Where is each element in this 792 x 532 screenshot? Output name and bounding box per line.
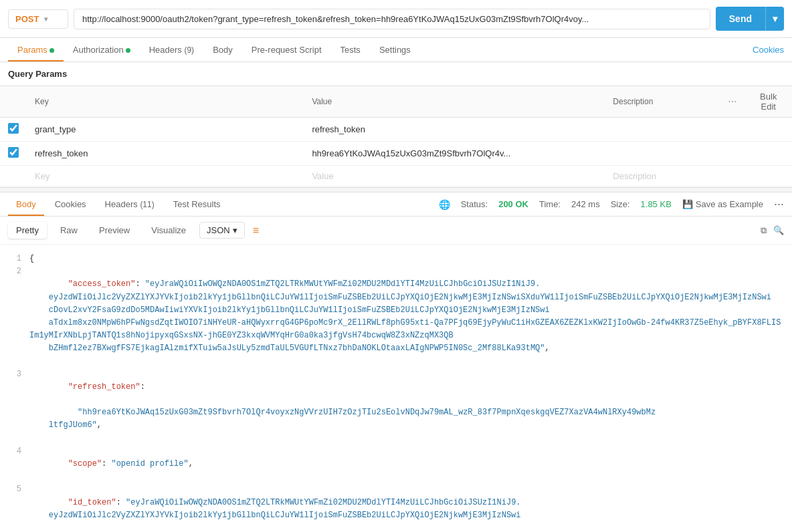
cookies-link[interactable]: Cookies xyxy=(753,45,784,55)
row1-value-input[interactable] xyxy=(312,124,597,134)
time-label: Time: xyxy=(539,199,561,209)
params-dot xyxy=(50,48,54,53)
table-row xyxy=(0,166,792,187)
new-desc-input[interactable] xyxy=(613,171,712,181)
size-label: Size: xyxy=(611,199,630,209)
col-description: Description xyxy=(605,86,720,118)
query-params-title: Query Params xyxy=(0,62,792,86)
row1-desc-input[interactable] xyxy=(613,124,712,134)
resp-tab-body[interactable]: Body xyxy=(8,192,44,216)
params-table: Key Value Description ··· Bulk Edit xyxy=(0,86,792,187)
auth-dot xyxy=(126,48,130,53)
col-bulk-edit: Bulk Edit xyxy=(745,86,792,118)
tab-settings[interactable]: Settings xyxy=(370,38,420,61)
new-key-input[interactable] xyxy=(35,171,296,181)
col-checkbox xyxy=(0,86,27,118)
bulk-edit-button[interactable]: Bulk Edit xyxy=(753,92,784,112)
code-line-4: 4 "scope": "openid profile", xyxy=(8,445,784,484)
row1-key-input[interactable] xyxy=(35,124,296,134)
status-value: 200 OK xyxy=(498,199,528,209)
table-row xyxy=(0,118,792,142)
save-icon: 💾 xyxy=(682,199,693,209)
response-tabs: Body Cookies Headers (11) Test Results 🌐… xyxy=(0,192,792,217)
format-raw-button[interactable]: Raw xyxy=(52,222,86,239)
resp-tab-test-results[interactable]: Test Results xyxy=(165,192,229,216)
more-options-button[interactable]: ··· xyxy=(728,96,736,108)
row2-checkbox[interactable] xyxy=(8,147,19,158)
tab-authorization[interactable]: Authorization xyxy=(64,38,140,61)
send-button[interactable]: Send ▾ xyxy=(716,7,784,31)
row2-desc-input[interactable] xyxy=(613,148,712,158)
format-preview-button[interactable]: Preview xyxy=(91,222,138,239)
code-view: 1 { 2 "access_token": "eyJraWQiOiIwOWQzN… xyxy=(0,245,792,523)
send-label: Send xyxy=(716,7,765,31)
section-divider xyxy=(0,187,792,192)
new-value-input[interactable] xyxy=(312,171,597,181)
col-more: ··· xyxy=(720,86,745,118)
language-select[interactable]: JSON ▾ xyxy=(199,222,245,239)
tab-params[interactable]: Params xyxy=(8,38,64,61)
resp-tab-cookies[interactable]: Cookies xyxy=(47,192,94,216)
size-value: 1.85 KB xyxy=(641,199,672,209)
row2-key-input[interactable] xyxy=(35,148,296,158)
resp-tab-headers[interactable]: Headers (11) xyxy=(97,192,163,216)
top-bar: POST ▾ Send ▾ xyxy=(0,0,792,38)
col-key: Key xyxy=(27,86,304,118)
code-line-5: 5 "id_token": "eyJraWQiOiIwOWQzNDA0OS1mZ… xyxy=(8,483,784,523)
code-line-2: 2 "access_token": "eyJraWQiOiIwOWQzNDA0O… xyxy=(8,265,784,368)
filter-icon[interactable]: ≡ xyxy=(253,225,259,237)
code-line-1: 1 { xyxy=(8,253,784,265)
send-dropdown-icon[interactable]: ▾ xyxy=(765,7,784,31)
status-label: Status: xyxy=(461,199,488,209)
format-pretty-button[interactable]: Pretty xyxy=(8,222,47,239)
code-line-3: 3 "refresh_token": "hh9rea6YtKoJWAq15zUx… xyxy=(8,368,784,445)
row1-checkbox[interactable] xyxy=(8,123,19,134)
tab-headers[interactable]: Headers (9) xyxy=(140,38,203,61)
method-chevron-icon: ▾ xyxy=(44,15,47,23)
url-input[interactable] xyxy=(74,9,710,29)
response-more-button[interactable]: ··· xyxy=(774,197,784,211)
request-tabs: Params Authorization Headers (9) Body Pr… xyxy=(0,38,792,62)
tab-tests[interactable]: Tests xyxy=(331,38,370,61)
response-meta: 🌐 Status: 200 OK Time: 242 ms Size: 1.85… xyxy=(439,197,784,211)
method-label: POST xyxy=(15,14,39,24)
format-bar: Pretty Raw Preview Visualize JSON ▾ ≡ ⧉ … xyxy=(0,217,792,245)
tab-body[interactable]: Body xyxy=(203,38,242,61)
globe-icon: 🌐 xyxy=(439,199,450,210)
table-row xyxy=(0,142,792,166)
format-visualize-button[interactable]: Visualize xyxy=(143,222,194,239)
tab-pre-request[interactable]: Pre-request Script xyxy=(242,38,331,61)
time-value: 242 ms xyxy=(571,199,600,209)
search-icon[interactable]: 🔍 xyxy=(773,225,784,236)
copy-icon[interactable]: ⧉ xyxy=(761,225,767,236)
language-chevron-icon: ▾ xyxy=(233,225,237,235)
col-value: Value xyxy=(304,86,605,118)
method-select[interactable]: POST ▾ xyxy=(8,9,68,29)
save-as-example-button[interactable]: 💾 Save as Example xyxy=(682,199,763,209)
row2-value-input[interactable] xyxy=(312,148,597,158)
language-label: JSON xyxy=(207,225,230,235)
code-actions: ⧉ 🔍 xyxy=(761,225,784,236)
